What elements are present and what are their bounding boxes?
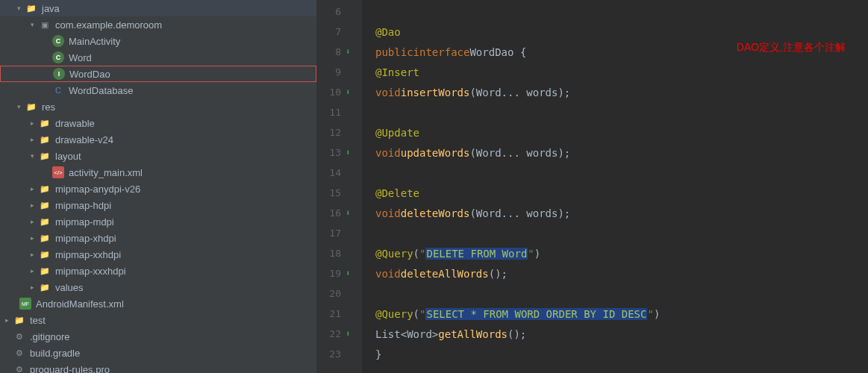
expand-arrow-icon — [42, 37, 49, 45]
implement-icon[interactable]: ⬇ — [346, 208, 356, 218]
gutter-line[interactable]: 6 — [317, 1, 362, 22]
project-tree[interactable]: ▾📁java▾▣com.example.demoroomCMainActivit… — [0, 0, 317, 373]
line-number: 11 — [329, 107, 341, 118]
tree-item-java[interactable]: ▾📁java — [0, 0, 316, 16]
tree-item-label: AndroidManifest.xml — [36, 298, 124, 310]
code-line: @Dao — [375, 22, 868, 42]
code-line: @Insert — [375, 62, 868, 82]
code-editor[interactable]: 678⬇910⬇111213⬇141516⬇171819⬇202122⬇23 @… — [317, 0, 868, 373]
tree-item-mipmap-xxhdpi[interactable]: ▸📁mipmap-xxhdpi — [0, 246, 316, 263]
tree-item-label: WordDatabase — [69, 85, 133, 96]
code-line: @Query("DELETE FROM Word") — [375, 243, 868, 263]
implement-icon[interactable]: ⬇ — [346, 87, 356, 97]
gutter-line[interactable]: 16⬇ — [317, 203, 362, 223]
tree-item-drawable-v24[interactable]: ▸📁drawable-v24 — [0, 131, 316, 148]
line-number: 13 — [329, 147, 341, 158]
tree-item-activity-main-xml[interactable]: </>activity_main.xml — [0, 164, 316, 181]
gutter-line[interactable]: 9 — [317, 62, 362, 82]
mf-icon: MF — [19, 298, 31, 310]
tree-item-mipmap-mdpi[interactable]: ▸📁mipmap-mdpi — [0, 213, 316, 230]
gutter-line[interactable]: 8⬇ — [317, 42, 362, 62]
tree-item-MainActivity[interactable]: CMainActivity — [0, 33, 316, 49]
gutter-line[interactable]: 11 — [317, 102, 362, 122]
line-number: 19 — [329, 268, 341, 279]
line-number: 7 — [335, 26, 341, 37]
expand-arrow-icon[interactable]: ▸ — [28, 119, 36, 127]
code-area[interactable]: @Dao public interface WordDao { @Insert … — [362, 0, 868, 373]
annotation-note: DAO定义,注意各个注解 — [737, 41, 846, 54]
c-icon: C — [52, 35, 64, 47]
tree-item-WordDatabase[interactable]: CWordDatabase — [0, 82, 316, 98]
folder-icon: 📁 — [39, 265, 51, 277]
implement-icon[interactable]: ⬇ — [346, 329, 356, 339]
tree-item-mipmap-anydpi-v26[interactable]: ▸📁mipmap-anydpi-v26 — [0, 181, 316, 197]
gutter-line[interactable]: 13⬇ — [317, 142, 362, 163]
gutter-line[interactable]: 17 — [317, 223, 362, 243]
expand-arrow-icon — [3, 366, 10, 373]
folder-icon: 📁 — [39, 232, 51, 244]
gutter-line[interactable]: 7 — [317, 22, 362, 42]
code-line: void updateWords(Word... words); — [375, 142, 868, 163]
tree-item-values[interactable]: ▸📁values — [0, 279, 316, 295]
tree-item-label: drawable-v24 — [55, 134, 113, 145]
expand-arrow-icon[interactable]: ▸ — [28, 136, 36, 143]
tree-item-label: proguard-rules.pro — [30, 364, 110, 374]
folder-icon: 📁 — [39, 134, 51, 145]
i-icon: I — [53, 68, 65, 80]
expand-arrow-icon[interactable]: ▾ — [28, 21, 36, 28]
gutter-line[interactable]: 21 — [317, 304, 362, 324]
implement-icon[interactable]: ⬇ — [346, 148, 356, 157]
tree-item-mipmap-xhdpi[interactable]: ▸📁mipmap-xhdpi — [0, 230, 316, 246]
tree-item-layout[interactable]: ▾📁layout — [0, 148, 316, 164]
tree-item-mipmap-hdpi[interactable]: ▸📁mipmap-hdpi — [0, 197, 316, 213]
gutter-line[interactable]: 15 — [317, 183, 362, 203]
expand-arrow-icon[interactable]: ▸ — [28, 283, 36, 291]
gutter-line[interactable]: 18 — [317, 243, 362, 263]
code-line — [375, 163, 868, 183]
tree-item-mipmap-xxxhdpi[interactable]: ▸📁mipmap-xxxhdpi — [0, 263, 316, 279]
gutter-line[interactable]: 14 — [317, 163, 362, 183]
tree-item-build-gradle[interactable]: ⚙build.gradle — [0, 345, 316, 361]
implement-icon[interactable]: ⬇ — [346, 47, 356, 57]
gutter-line[interactable]: 23 — [317, 344, 362, 364]
line-number: 21 — [329, 308, 341, 319]
expand-arrow-icon[interactable]: ▾ — [28, 152, 36, 160]
expand-arrow-icon[interactable]: ▸ — [28, 218, 36, 225]
expand-arrow-icon[interactable]: ▾ — [15, 4, 22, 12]
tree-item-WordDao[interactable]: IWordDao — [0, 66, 316, 82]
expand-arrow-icon[interactable]: ▸ — [28, 185, 36, 192]
tree-item-proguard-rules-pro[interactable]: ⚙proguard-rules.pro — [0, 361, 316, 373]
ide-window: ▾📁java▾▣com.example.demoroomCMainActivit… — [0, 0, 868, 373]
gutter-line[interactable]: 12 — [317, 122, 362, 142]
folder-icon: 📁 — [39, 117, 51, 129]
expand-arrow-icon[interactable]: ▸ — [28, 234, 36, 242]
line-number: 18 — [329, 248, 341, 259]
tree-item-AndroidManifest-xml[interactable]: MFAndroidManifest.xml — [0, 295, 316, 312]
expand-arrow-icon — [42, 87, 49, 94]
expand-arrow-icon[interactable]: ▸ — [3, 316, 10, 324]
tree-item--gitignore[interactable]: ⚙.gitignore — [0, 328, 316, 345]
gutter-line[interactable]: 20 — [317, 283, 362, 304]
tree-item-com-example-demoroom[interactable]: ▾▣com.example.demoroom — [0, 16, 316, 33]
gradle-icon: ⚙ — [13, 363, 25, 373]
tree-item-res[interactable]: ▾📁res — [0, 98, 316, 115]
gutter-line[interactable]: 10⬇ — [317, 82, 362, 102]
expand-arrow-icon[interactable]: ▸ — [28, 201, 36, 209]
line-number: 14 — [329, 167, 341, 178]
tree-item-label: MainActivity — [69, 36, 120, 47]
tree-item-label: test — [30, 315, 46, 326]
tree-item-Word[interactable]: CWord — [0, 49, 316, 66]
expand-arrow-icon — [42, 54, 49, 61]
tree-item-drawable[interactable]: ▸📁drawable — [0, 115, 316, 131]
folder-icon: 📁 — [39, 199, 51, 211]
tree-item-test[interactable]: ▸📁test — [0, 312, 316, 328]
tree-item-label: drawable — [55, 118, 95, 129]
implement-icon[interactable]: ⬇ — [346, 269, 356, 278]
gutter-line[interactable]: 22⬇ — [317, 324, 362, 344]
expand-arrow-icon[interactable]: ▸ — [28, 251, 36, 258]
tree-item-label: .gitignore — [30, 331, 69, 342]
expand-arrow-icon[interactable]: ▾ — [15, 103, 22, 110]
tree-item-label: mipmap-anydpi-v26 — [55, 184, 140, 195]
gutter-line[interactable]: 19⬇ — [317, 263, 362, 283]
expand-arrow-icon[interactable]: ▸ — [28, 267, 36, 275]
